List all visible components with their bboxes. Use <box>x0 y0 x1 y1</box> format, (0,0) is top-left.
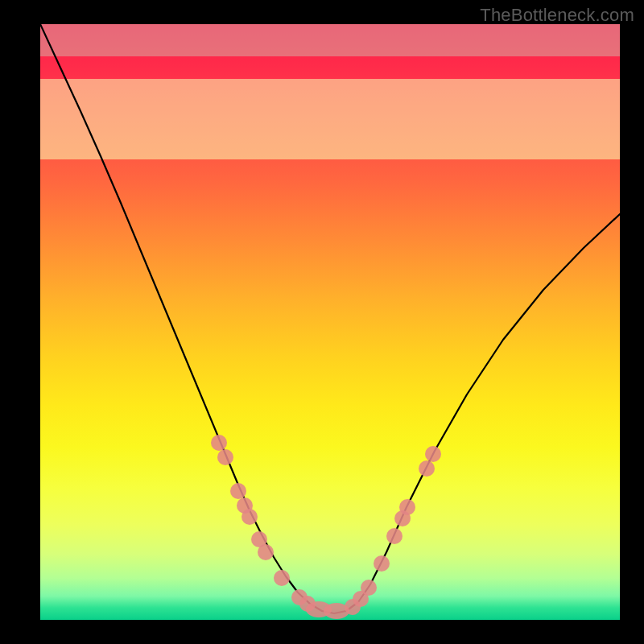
data-marker <box>419 460 435 477</box>
data-marker <box>386 528 402 544</box>
data-marker <box>425 446 441 462</box>
chart-container: TheBottleneck.com <box>0 0 644 644</box>
plot-area <box>40 24 620 620</box>
marker-group <box>211 435 441 619</box>
data-marker <box>242 509 258 525</box>
plot-svg <box>40 24 620 620</box>
band-pastel-green <box>40 24 620 56</box>
band-pastel-yellow <box>40 79 620 159</box>
data-marker <box>274 570 290 586</box>
data-marker <box>211 435 227 451</box>
watermark-text: TheBottleneck.com <box>480 5 634 26</box>
data-marker <box>399 499 415 515</box>
data-marker <box>230 483 246 499</box>
data-marker <box>217 449 233 465</box>
data-marker <box>258 544 274 560</box>
data-marker <box>361 580 377 596</box>
data-marker <box>374 555 390 572</box>
